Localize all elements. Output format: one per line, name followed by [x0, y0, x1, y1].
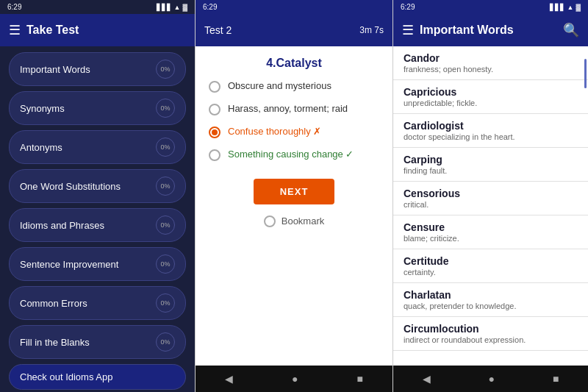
word-item-charlatan[interactable]: Charlatan quack, pretender to knowledge. [393, 283, 588, 317]
time-3: 6:29 [401, 3, 415, 11]
bookmark-radio[interactable] [264, 215, 276, 227]
word-item-cardiologist[interactable]: Cardiologist doctor specializing in the … [393, 114, 588, 148]
menu-item-one-word[interactable]: One Word Substitutions 0% [9, 169, 186, 203]
signal-icon-3: ▋▋▋ [550, 4, 565, 11]
option-text-2: Harass, annoy, torment; raid [228, 103, 348, 114]
search-icon[interactable]: 🔍 [563, 22, 579, 38]
status-icons-1: ▋▋▋ ▲ ▓ [157, 4, 187, 11]
word-name-circumlocution: Circumlocution [404, 323, 578, 335]
options-list: Obscure and mysterious Harass, annoy, to… [196, 77, 392, 164]
menu-label-idioms: Idioms and Phrases [20, 220, 104, 231]
question-title: 4.Catalyst [196, 46, 392, 77]
word-def-certitude: certainty. [404, 268, 578, 277]
menu-item-fill-blanks[interactable]: Fill in the Blanks 0% [9, 325, 186, 359]
battery-icon-3: ▓ [576, 4, 581, 11]
word-name-censorious: Censorious [404, 188, 578, 199]
radio-1[interactable] [209, 81, 220, 93]
menu-item-errors[interactable]: Common Errors 0% [9, 286, 186, 320]
status-bar-1: 6:29 ▋▋▋ ▲ ▓ [0, 0, 195, 14]
badge-sentence: 0% [156, 254, 175, 274]
menu-label-idioms-app: Check out Idioms App [20, 371, 112, 382]
hamburger-icon[interactable]: ☰ [9, 22, 21, 38]
menu-label-errors: Common Errors [20, 298, 87, 309]
word-def-censorious: critical. [404, 200, 578, 209]
badge-idioms: 0% [156, 215, 175, 235]
signal-icon-1: ▋▋▋ [157, 4, 172, 11]
time-2: 6:29 [203, 3, 217, 11]
wifi-icon-1: ▲ [174, 4, 181, 11]
menu-list: Important Words 0% Synonyms 0% Antonyms … [0, 46, 195, 392]
recent-btn-3[interactable]: ■ [553, 373, 559, 385]
radio-3[interactable] [209, 126, 220, 138]
word-def-circumlocution: indirect or roundabout expression. [404, 335, 578, 344]
bottom-nav-3: ◀ ● ■ [393, 366, 588, 392]
test-panel: 6:29 Test 2 3m 7s 4.Catalyst Obscure and… [195, 0, 393, 392]
menu-label-one-word: One Word Substitutions [20, 181, 121, 192]
option-text-1: Obscure and mysterious [228, 80, 331, 91]
option-text-3: Confuse thoroughly ✗ [228, 126, 321, 137]
take-test-panel: 6:29 ▋▋▋ ▲ ▓ ☰ Take Test Important Words… [0, 0, 195, 392]
home-btn-3[interactable]: ● [489, 373, 495, 385]
word-def-charlatan: quack, pretender to knowledge. [404, 302, 578, 310]
option-1[interactable]: Obscure and mysterious [209, 80, 379, 93]
menu-item-idioms[interactable]: Idioms and Phrases 0% [9, 208, 186, 242]
word-name-certitude: Certitude [404, 255, 578, 267]
badge-errors: 0% [156, 293, 175, 313]
menu-item-synonyms[interactable]: Synonyms 0% [9, 91, 186, 125]
option-3[interactable]: Confuse thoroughly ✗ [209, 126, 379, 138]
word-def-candor: frankness; open honesty. [404, 65, 578, 74]
bookmark-label: Bookmark [282, 215, 325, 227]
hamburger-icon-3[interactable]: ☰ [402, 22, 414, 38]
word-item-carping[interactable]: Carping finding fault. [393, 148, 588, 182]
word-item-certitude[interactable]: Certitude certainty. [393, 249, 588, 283]
recent-btn-2[interactable]: ■ [357, 373, 363, 385]
words-panel: 6:29 ▋▋▋ ▲ ▓ ☰ Important Words 🔍 Candor … [393, 0, 588, 392]
status-icons-3: ▋▋▋ ▲ ▓ [550, 4, 581, 11]
badge-synonyms: 0% [156, 99, 175, 118]
next-button[interactable]: NEXT [254, 179, 335, 204]
word-name-candor: Candor [404, 52, 578, 64]
home-btn-2[interactable]: ● [292, 373, 298, 385]
radio-2[interactable] [209, 104, 220, 115]
word-item-censure[interactable]: Censure blame; criticize. [393, 215, 588, 249]
back-btn-2[interactable]: ◀ [225, 373, 233, 385]
timer-display: 3m 7s [359, 25, 384, 35]
toolbar-title-1: Take Test [26, 24, 186, 37]
status-bar-2: 6:29 [196, 0, 392, 14]
menu-label-fill-blanks: Fill in the Blanks [20, 337, 90, 348]
menu-item-sentence[interactable]: Sentence Improvement 0% [9, 247, 186, 281]
bookmark-row[interactable]: Bookmark [196, 215, 392, 227]
back-btn-3[interactable]: ◀ [423, 373, 431, 385]
badge-important-words: 0% [156, 60, 175, 79]
toolbar-title-2: Test 2 [204, 24, 359, 36]
menu-item-important-words[interactable]: Important Words 0% [9, 52, 186, 86]
word-def-carping: finding fault. [404, 166, 578, 175]
menu-label-important-words: Important Words [20, 64, 90, 75]
menu-item-idioms-app[interactable]: Check out Idioms App [9, 364, 186, 390]
word-item-capricious[interactable]: Capricious unpredictable; fickle. [393, 80, 588, 114]
battery-icon-1: ▓ [182, 4, 187, 11]
menu-label-antonyms: Antonyms [20, 142, 62, 153]
badge-one-word: 0% [156, 177, 175, 196]
word-name-charlatan: Charlatan [404, 289, 578, 301]
option-4[interactable]: Something causing change ✓ [209, 149, 379, 161]
word-def-capricious: unpredictable; fickle. [404, 99, 578, 107]
wifi-icon-3: ▲ [567, 4, 574, 11]
toolbar-2: Test 2 3m 7s [196, 14, 392, 46]
menu-item-antonyms[interactable]: Antonyms 0% [9, 130, 186, 164]
word-item-censorious[interactable]: Censorious critical. [393, 182, 588, 215]
word-def-cardiologist: doctor specializing in the heart. [404, 132, 578, 141]
menu-label-sentence: Sentence Improvement [20, 259, 118, 270]
word-name-carping: Carping [404, 154, 578, 165]
option-2[interactable]: Harass, annoy, torment; raid [209, 103, 379, 115]
badge-antonyms: 0% [156, 138, 175, 157]
word-item-circumlocution[interactable]: Circumlocution indirect or roundabout ex… [393, 317, 588, 351]
word-def-censure: blame; criticize. [404, 234, 578, 243]
option-text-4: Something causing change ✓ [228, 149, 354, 160]
radio-4[interactable] [209, 149, 220, 161]
scroll-indicator [584, 59, 587, 88]
menu-label-synonyms: Synonyms [20, 103, 65, 114]
word-item-candor[interactable]: Candor frankness; open honesty. [393, 46, 588, 80]
word-list: Candor frankness; open honesty. Capricio… [393, 46, 588, 366]
toolbar-1: ☰ Take Test [0, 14, 195, 46]
